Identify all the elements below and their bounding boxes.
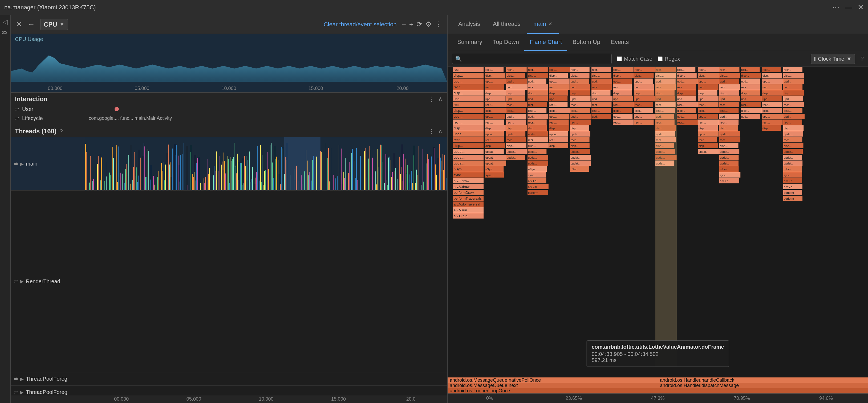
- tab-analysis[interactable]: Analysis: [452, 15, 487, 34]
- bottom-ruler: 0% 23.65% 47.3% 70.95% 94.6%: [447, 394, 868, 403]
- title-bar: na.manager (Xiaomi 23013RK75C) ⋯ — ✕: [0, 0, 868, 15]
- interaction-user-label: User: [22, 106, 54, 112]
- search-options: Match Case Regex: [617, 56, 680, 62]
- thread-item-renderthread: ⇌ ▶ RenderThread: [11, 191, 447, 372]
- interaction-bar-text: com.google.... func... main.MainActivity: [89, 115, 172, 121]
- thread-expand-main[interactable]: ▶: [20, 161, 24, 167]
- thread-name-threadpool1[interactable]: ThreadPoolForeg: [26, 376, 67, 382]
- thread-expand-threadpool2[interactable]: ▶: [20, 390, 24, 395]
- clear-selection-button[interactable]: Clear thread/event selection: [324, 21, 397, 28]
- cpu-dropdown[interactable]: CPU ▼: [40, 19, 68, 30]
- ruler-mark-3: 15.000: [272, 86, 359, 91]
- thread-chart-threadpool2[interactable]: [85, 386, 447, 395]
- sub-tabs: Summary Top Down Flame Chart Bottom Up E…: [447, 34, 868, 51]
- threads-actions: ⋮ ∧: [428, 128, 443, 135]
- thread-name-threadpool2[interactable]: ThreadPoolForeg: [26, 389, 67, 395]
- thread-canvas-renderthread[interactable]: [85, 191, 447, 372]
- match-case-option[interactable]: Match Case: [617, 56, 652, 62]
- refresh-button[interactable]: ⟳: [416, 20, 422, 29]
- thread-settings-icon-2: ⇌: [14, 278, 18, 284]
- sidebar-icon-1[interactable]: ◁: [2, 18, 9, 26]
- bottom-bars: android.os.MessageQueue.nativePollOnce a…: [447, 367, 868, 394]
- more-button[interactable]: ⋮: [435, 20, 442, 29]
- thread-item-main: ⇌ ▶ main: [11, 137, 447, 191]
- thread-label-renderthread: ⇌ ▶ RenderThread: [11, 191, 85, 372]
- regex-option[interactable]: Regex: [658, 56, 680, 62]
- threads-ruler-4: 20.0: [375, 396, 447, 402]
- regex-checkbox[interactable]: [658, 57, 662, 61]
- threads-ruler-3: 15.000: [302, 396, 375, 402]
- back-icon[interactable]: ←: [27, 20, 35, 29]
- subtab-flamechart[interactable]: Flame Chart: [524, 34, 567, 51]
- thread-chart-threadpool1[interactable]: [85, 372, 447, 385]
- sidebar-icon-2[interactable]: g: [2, 31, 9, 34]
- subtab-events[interactable]: Events: [606, 34, 634, 51]
- bottom-bar-looponce: android.os.Looper.loopOnce: [447, 388, 868, 394]
- toolbar: ✕ ← CPU ▼ Clear thread/event selection −…: [11, 15, 447, 34]
- ruler-mark-4: 20.00: [359, 86, 446, 91]
- close-window-button[interactable]: ✕: [858, 4, 864, 11]
- tab-all-threads[interactable]: All threads: [487, 15, 527, 34]
- chevron-down-icon: ▼: [59, 21, 65, 27]
- clock-time-dropdown[interactable]: ll Clock Time ▼: [811, 54, 855, 64]
- tab-main[interactable]: main ✕: [527, 15, 559, 34]
- thread-settings-icon: ⇌: [14, 161, 18, 167]
- close-icon[interactable]: ✕: [16, 20, 22, 29]
- ruler-mark-1: 05.000: [99, 86, 185, 91]
- subtab-summary[interactable]: Summary: [452, 34, 488, 51]
- thread-canvas-main[interactable]: [85, 137, 447, 190]
- zoom-in-button[interactable]: +: [409, 20, 413, 29]
- cpu-section: CPU Usage 00.000 05.000 10.000: [11, 34, 447, 93]
- window-title: na.manager (Xiaomi 23013RK75C): [4, 4, 832, 11]
- bottom-bar-row-1: android.os.MessageQueue.nativePollOnce a…: [447, 377, 868, 383]
- thread-label-threadpool2: ⇌ ▶ ThreadPoolForeg: [11, 386, 85, 395]
- threads-title: Threads (160): [15, 128, 57, 135]
- help-button[interactable]: ?: [861, 55, 864, 62]
- threads-more-button[interactable]: ⋮: [428, 128, 435, 135]
- thread-item-threadpool2: ⇌ ▶ ThreadPoolForeg: [11, 386, 447, 395]
- settings-button[interactable]: ⚙: [426, 20, 432, 29]
- cpu-chart-area[interactable]: [11, 45, 447, 85]
- interaction-lifecycle-bar: com.google.... func... main.MainActivity: [89, 115, 172, 121]
- interaction-user-bar[interactable]: [57, 105, 443, 113]
- regex-label: Regex: [665, 56, 680, 62]
- interaction-more-button[interactable]: ⋮: [428, 95, 435, 103]
- threads-collapse-button[interactable]: ∧: [438, 128, 443, 135]
- bottom-bar-dispatchmessage: android.os.Handler.dispatchMessage: [658, 383, 868, 388]
- threads-ruler-0: 00.000: [85, 396, 158, 402]
- main-layout: ◁ g ✕ ← CPU ▼ Clear thread/event selecti…: [0, 15, 868, 403]
- flame-chart-canvas[interactable]: [447, 67, 868, 367]
- bottom-bar-nativepollonce: android.os.MessageQueue.nativePollOnce: [447, 377, 658, 383]
- bottom-ruler-4: 94.6%: [784, 396, 868, 401]
- match-case-checkbox[interactable]: [617, 57, 622, 61]
- flame-chart-area[interactable]: com.airbnb.lottie.utils.LottieValueAnima…: [447, 67, 868, 394]
- thread-name-renderthread[interactable]: RenderThread: [26, 278, 60, 284]
- zoom-out-button[interactable]: −: [402, 20, 406, 29]
- cpu-dropdown-label: CPU: [44, 21, 57, 28]
- clock-time-label: ll Clock Time: [814, 56, 844, 62]
- thread-chart-main[interactable]: [85, 137, 447, 190]
- cpu-chart-svg: [11, 45, 447, 85]
- thread-name-main[interactable]: main: [26, 161, 37, 167]
- search-input-wrapper[interactable]: 🔍: [452, 54, 612, 64]
- thread-chart-renderthread[interactable]: [85, 191, 447, 372]
- thread-settings-icon-4: ⇌: [14, 390, 18, 395]
- bottom-ruler-1: 23.65%: [532, 396, 616, 401]
- maximize-button[interactable]: —: [845, 4, 852, 11]
- bottom-ruler-2: 47.3%: [616, 396, 700, 401]
- toolbar-icon-buttons: − + ⟳ ⚙ ⋮: [402, 20, 442, 29]
- thread-expand-renderthread[interactable]: ▶: [20, 278, 24, 284]
- threads-help-icon[interactable]: ?: [59, 128, 63, 135]
- clock-time-arrow: ▼: [846, 56, 852, 62]
- interaction-collapse-button[interactable]: ∧: [438, 95, 443, 103]
- thread-expand-threadpool1[interactable]: ▶: [20, 376, 24, 382]
- subtab-bottomup[interactable]: Bottom Up: [567, 34, 606, 51]
- interaction-dot: [115, 107, 119, 111]
- minimize-button[interactable]: ⋯: [832, 4, 839, 11]
- subtab-topdown[interactable]: Top Down: [488, 34, 524, 51]
- ruler-mark-2: 10.000: [185, 86, 272, 91]
- search-input[interactable]: [464, 56, 608, 62]
- tab-main-close-icon[interactable]: ✕: [548, 21, 552, 27]
- bottom-bar-next: android.os.MessageQueue.next: [447, 383, 658, 388]
- interaction-lifecycle-label: Lifecycle: [22, 115, 54, 122]
